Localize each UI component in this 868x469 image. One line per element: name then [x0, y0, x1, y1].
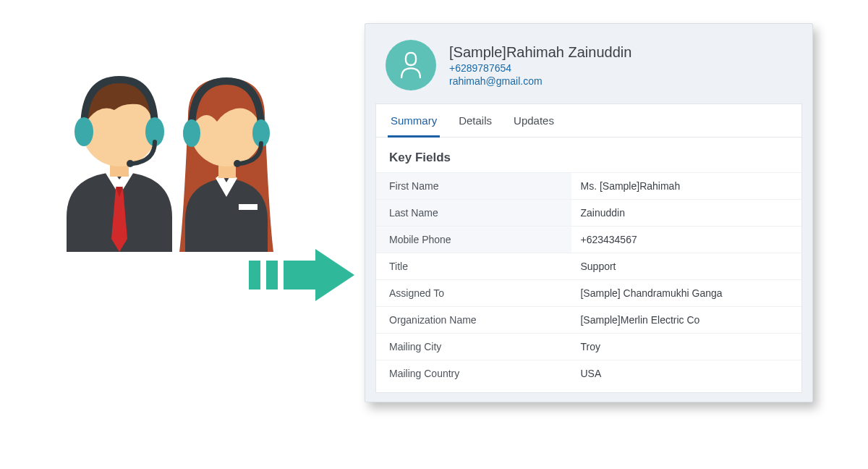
field-label: Last Name — [376, 200, 571, 226]
card-header: [Sample]Rahimah Zainuddin +6289787654 ra… — [365, 24, 812, 103]
svg-rect-6 — [239, 204, 258, 210]
arrow-icon — [249, 246, 357, 304]
field-value: Troy — [571, 334, 801, 360]
contact-email[interactable]: rahimah@gmail.com — [449, 75, 631, 87]
field-value: Support — [571, 253, 801, 279]
contact-name: [Sample]Rahimah Zainuddin — [449, 44, 631, 61]
field-label: Mailing City — [376, 334, 571, 360]
field-row: Organization Name [Sample]Merlin Electri… — [376, 306, 801, 333]
agents-svg — [58, 43, 282, 253]
tab-summary[interactable]: Summary — [389, 104, 438, 137]
field-value: +623434567 — [571, 227, 801, 253]
field-row: Mobile Phone +623434567 — [376, 226, 801, 253]
field-value: Zainuddin — [571, 200, 801, 226]
tab-details[interactable]: Details — [457, 104, 493, 137]
field-label: Assigned To — [376, 280, 571, 306]
contact-phone[interactable]: +6289787654 — [449, 62, 631, 74]
field-value: USA — [571, 360, 801, 386]
field-label: Title — [376, 253, 571, 279]
field-row: Mailing Country USA — [376, 360, 801, 386]
field-value: [Sample]Merlin Electric Co — [571, 307, 801, 333]
field-row: Mailing City Troy — [376, 333, 801, 360]
field-label: First Name — [376, 173, 571, 199]
field-row: Assigned To [Sample] Chandramukhi Ganga — [376, 279, 801, 306]
support-agents-illustration — [58, 43, 282, 253]
field-label: Organization Name — [376, 307, 571, 333]
svg-point-5 — [127, 160, 134, 167]
field-label: Mobile Phone — [376, 227, 571, 253]
field-row: Title Support — [376, 253, 801, 279]
field-label: Mailing Country — [376, 360, 571, 386]
svg-rect-14 — [284, 261, 315, 290]
person-icon — [386, 40, 436, 90]
svg-rect-13 — [266, 261, 278, 290]
svg-rect-12 — [249, 261, 260, 290]
field-value: [Sample] Chandramukhi Ganga — [571, 280, 801, 306]
tabs: Summary Details Updates — [375, 103, 802, 138]
contact-card: [Sample]Rahimah Zainuddin +6289787654 ra… — [365, 23, 813, 402]
field-row: Last Name Zainuddin — [376, 199, 801, 226]
field-value: Ms. [Sample]Rahimah — [571, 173, 801, 199]
section-title: Key Fields — [376, 148, 801, 172]
tab-updates[interactable]: Updates — [512, 104, 556, 137]
svg-marker-15 — [315, 249, 354, 301]
svg-point-11 — [234, 160, 241, 167]
svg-point-9 — [183, 119, 200, 147]
field-row: First Name Ms. [Sample]Rahimah — [376, 172, 801, 199]
key-fields-section: Key Fields First Name Ms. [Sample]Rahima… — [375, 138, 802, 393]
svg-point-3 — [75, 117, 93, 146]
